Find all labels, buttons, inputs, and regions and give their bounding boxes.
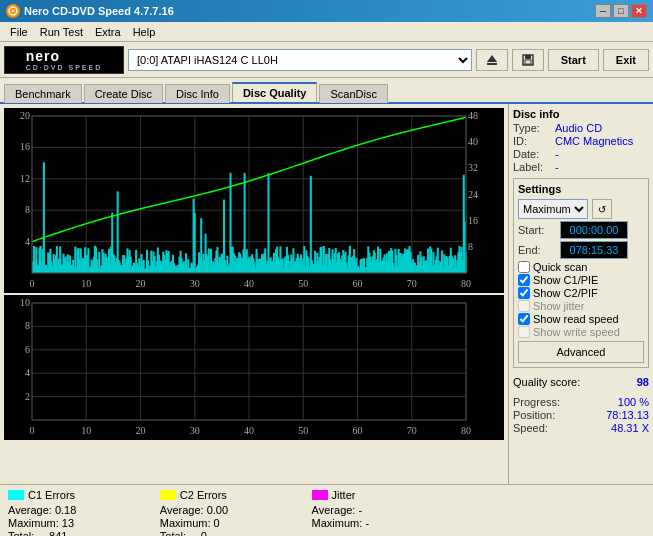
disc-info-section: Disc info Type: Audio CD ID: CMC Magneti… [513, 108, 649, 174]
c1-max: Maximum: 13 [8, 517, 100, 529]
menu-bar: File Run Test Extra Help [0, 22, 653, 42]
jitter-color [312, 490, 328, 500]
show-c1pie-row: Show C1/PIE [518, 274, 644, 286]
svg-marker-3 [487, 55, 497, 62]
disc-label-row: Label: - [513, 161, 649, 173]
c1-color [8, 490, 24, 500]
speed-label: Speed: [513, 422, 548, 434]
menu-help[interactable]: Help [127, 24, 162, 40]
refresh-button[interactable]: ↺ [592, 199, 612, 219]
app-title: Nero CD-DVD Speed 4.7.7.16 [24, 5, 174, 17]
show-c2pif-row: Show C2/PIF [518, 287, 644, 299]
c1-total: Total: 841 [8, 530, 100, 536]
svg-point-1 [12, 10, 15, 13]
quick-scan-row: Quick scan [518, 261, 644, 273]
c1-avg: Average: 0.18 [8, 504, 100, 516]
tab-disc-quality[interactable]: Disc Quality [232, 82, 318, 102]
date-value: - [555, 148, 559, 160]
id-label: ID: [513, 135, 551, 147]
id-value: CMC Magnetics [555, 135, 633, 147]
show-c2pif-label: Show C2/PIF [533, 287, 598, 299]
tab-bar: Benchmark Create Disc Disc Info Disc Qua… [0, 78, 653, 104]
c2-avg: Average: 0.00 [160, 504, 252, 516]
tab-scan-disc[interactable]: ScanDisc [319, 84, 387, 103]
close-button[interactable]: ✕ [631, 4, 647, 18]
date-label: Date: [513, 148, 551, 160]
show-jitter-label: Show jitter [533, 300, 584, 312]
eject-button[interactable] [476, 49, 508, 71]
c1-legend: C1 Errors Average: 0.18 Maximum: 13 Tota… [8, 489, 100, 536]
end-time-input[interactable]: 078:15.33 [560, 241, 628, 259]
show-c1pie-label: Show C1/PIE [533, 274, 598, 286]
show-jitter-row: Show jitter [518, 300, 644, 312]
app-icon [6, 4, 20, 18]
speed-value: 48.31 X [611, 422, 649, 434]
speed-row-display: Speed: 48.31 X [513, 422, 649, 434]
start-time-input[interactable]: 000:00.00 [560, 221, 628, 239]
speed-select[interactable]: Maximum 1x2x4x8x [518, 199, 588, 219]
show-c1pie-checkbox[interactable] [518, 274, 530, 286]
show-write-label: Show write speed [533, 326, 620, 338]
speed-row: Maximum 1x2x4x8x ↺ [518, 199, 644, 219]
svg-rect-2 [487, 63, 497, 65]
start-time-row: Start: 000:00.00 [518, 221, 644, 239]
title-bar: Nero CD-DVD Speed 4.7.7.16 ─ □ ✕ [0, 0, 653, 22]
position-label: Position: [513, 409, 555, 421]
jitter-title: Jitter [312, 489, 404, 501]
show-c2pif-checkbox[interactable] [518, 287, 530, 299]
disc-label-value: - [555, 161, 559, 173]
show-write-row: Show write speed [518, 326, 644, 338]
svg-rect-6 [525, 60, 531, 64]
tab-disc-info[interactable]: Disc Info [165, 84, 230, 103]
tab-benchmark[interactable]: Benchmark [4, 84, 82, 103]
c1-label: C1 Errors [28, 489, 75, 501]
menu-file[interactable]: File [4, 24, 34, 40]
jitter-legend: Jitter Average: - Maximum: - [312, 489, 404, 536]
c2-total: Total: 0 [160, 530, 252, 536]
c2-legend: C2 Errors Average: 0.00 Maximum: 0 Total… [160, 489, 252, 536]
end-time-label: End: [518, 244, 556, 256]
progress-label: Progress: [513, 396, 560, 408]
progress-row: Progress: 100 % [513, 396, 649, 408]
disc-label-label: Label: [513, 161, 551, 173]
type-label: Type: [513, 122, 551, 134]
c2-title: C2 Errors [160, 489, 252, 501]
save-button[interactable] [512, 49, 544, 71]
advanced-button[interactable]: Advanced [518, 341, 644, 363]
jitter-data: Average: - Maximum: - [312, 504, 404, 529]
jitter-label: Jitter [332, 489, 356, 501]
jitter-max: Maximum: - [312, 517, 404, 529]
maximize-button[interactable]: □ [613, 4, 629, 18]
lower-chart [4, 295, 504, 440]
quick-scan-checkbox[interactable] [518, 261, 530, 273]
show-jitter-checkbox[interactable] [518, 300, 530, 312]
nero-logo: nero CD·DVD SPEED [4, 46, 124, 74]
c2-data: Average: 0.00 Maximum: 0 Total: 0 [160, 504, 252, 536]
disc-id-row: ID: CMC Magnetics [513, 135, 649, 147]
type-value: Audio CD [555, 122, 602, 134]
quality-score-label: Quality score: [513, 376, 580, 388]
show-read-row: Show read speed [518, 313, 644, 325]
menu-extra[interactable]: Extra [89, 24, 127, 40]
position-value: 78:13.13 [606, 409, 649, 421]
upper-chart [4, 108, 504, 293]
main-content: Disc info Type: Audio CD ID: CMC Magneti… [0, 104, 653, 484]
start-time-label: Start: [518, 224, 556, 236]
toolbar: nero CD·DVD SPEED [0:0] ATAPI iHAS124 C … [0, 42, 653, 78]
menu-run-test[interactable]: Run Test [34, 24, 89, 40]
quality-score-value: 98 [637, 376, 649, 388]
exit-button[interactable]: Exit [603, 49, 649, 71]
show-read-checkbox[interactable] [518, 313, 530, 325]
start-button[interactable]: Start [548, 49, 599, 71]
minimize-button[interactable]: ─ [595, 4, 611, 18]
svg-rect-5 [525, 55, 531, 59]
window-controls: ─ □ ✕ [595, 4, 647, 18]
chart-area [0, 104, 508, 484]
tab-create-disc[interactable]: Create Disc [84, 84, 163, 103]
show-write-checkbox[interactable] [518, 326, 530, 338]
show-read-label: Show read speed [533, 313, 619, 325]
disc-date-row: Date: - [513, 148, 649, 160]
position-row: Position: 78:13.13 [513, 409, 649, 421]
drive-select[interactable]: [0:0] ATAPI iHAS124 C LL0H [128, 49, 472, 71]
c2-color [160, 490, 176, 500]
